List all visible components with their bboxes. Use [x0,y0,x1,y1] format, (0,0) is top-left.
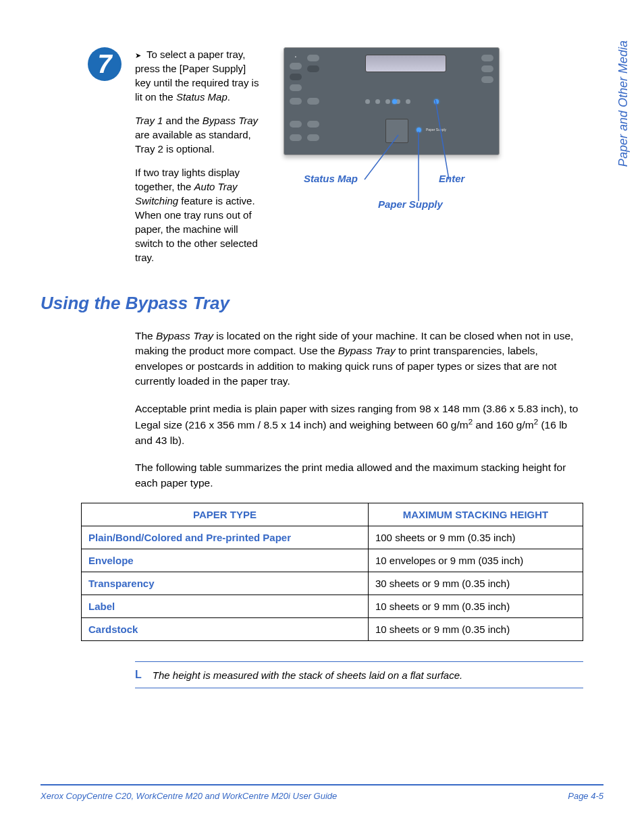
footer-left: Xerox CopyCentre C20, WorkCentre M20 and… [41,791,337,801]
chapter-title: Paper and Other Media [616,40,630,167]
page: Paper and Other Media 7 ➤ To select a pa… [0,0,644,828]
media-table: PAPER TYPE MAXIMUM STACKING HEIGHT Plain… [81,503,583,641]
note-text: The height is measured with the stack of… [153,669,462,681]
control-panel-figure: • [284,47,500,223]
table-row: Envelope 10 envelopes or 9 mm (035 inch) [82,549,583,572]
callout-paper-supply: Paper Supply [378,198,443,210]
step-para-1: ➤ To select a paper tray, press the [Pap… [135,47,263,104]
step-para-3: If two tray lights display together, the… [135,165,263,265]
table-row: Cardstock 10 sheets or 9 mm (0.35 inch) [82,618,583,641]
bullet-arrow-icon: ➤ [135,51,141,59]
step-text: ➤ To select a paper tray, press the [Pap… [135,47,263,274]
th-max-height: MAXIMUM STACKING HEIGHT [368,503,583,526]
table-row: Transparency 30 sheets or 9 mm (0.35 inc… [82,572,583,595]
figure-column: • [284,47,500,223]
device-panel-graphic: • [284,47,500,155]
step-para-2: Tray 1 and the Bypass Tray are available… [135,113,263,156]
step-number-badge: 7 [88,47,122,81]
section-heading: Using the Bypass Tray [41,293,603,314]
section-p1: The Bypass Tray is located on the right … [135,329,583,389]
th-paper-type: PAPER TYPE [82,503,369,526]
section-p2: Acceptable print media is plain paper wi… [135,402,583,449]
table-row: Plain/Bond/Colored and Pre-printed Paper… [82,526,583,549]
status-map-graphic [385,119,408,143]
callout-status-map: Status Map [304,173,358,184]
footer-right: Page 4-5 [568,791,603,801]
step-row: 7 ➤ To select a paper tray, press the [P… [41,47,603,274]
page-footer: Xerox CopyCentre C20, WorkCentre M20 and… [41,784,603,801]
section-p3: The following table summarizes the print… [135,460,583,491]
table-row: Label 10 sheets or 9 mm (0.35 inch) [82,595,583,618]
callout-enter: Enter [439,173,464,184]
note-row: L The height is measured with the stack … [135,661,583,688]
info-icon: L [135,669,142,681]
section-body: The Bypass Tray is located on the right … [135,329,583,491]
lcd-screen-graphic [365,55,446,72]
